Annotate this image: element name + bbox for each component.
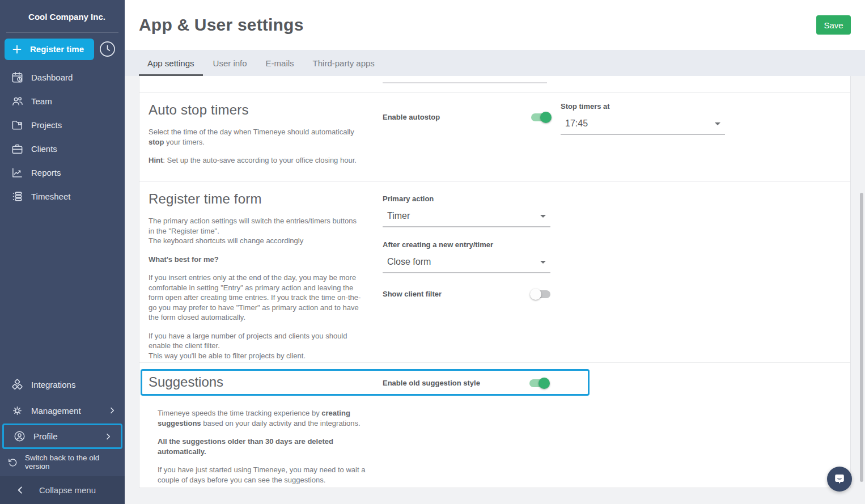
tab-emails[interactable]: E-mails	[257, 50, 303, 76]
settings-content: Auto stop timers Select the time of the …	[125, 76, 865, 504]
primary-action-label: Primary action	[383, 194, 550, 203]
register-time-button[interactable]: Register time	[5, 39, 94, 60]
vertical-scrollbar[interactable]	[860, 193, 863, 482]
sidebar-item-team[interactable]: Team	[0, 89, 125, 113]
toggle-knob	[540, 112, 552, 123]
clock-icon	[99, 41, 116, 57]
history-icon	[8, 458, 18, 467]
tab-user-info[interactable]: User info	[205, 50, 256, 76]
sidebar-item-label: Clients	[31, 144, 57, 154]
briefcase-icon	[10, 142, 24, 155]
sidebar-item-label: Reports	[31, 168, 61, 177]
suggestions-paragraph: All the suggestions older than 30 days a…	[158, 437, 380, 456]
people-icon	[10, 94, 24, 108]
sidebar-item-label: Timesheet	[31, 192, 70, 201]
sidebar-item-label: Dashboard	[31, 73, 73, 82]
sidebar-item-clients[interactable]: Clients	[0, 137, 125, 160]
save-button[interactable]: Save	[816, 15, 851, 35]
stop-timers-at-select[interactable]: 17:45	[561, 115, 725, 135]
chat-widget-button[interactable]	[827, 467, 852, 492]
register-time-row: Register time	[0, 33, 125, 65]
toggle-knob	[538, 378, 550, 389]
sidebar-item-integrations[interactable]: Integrations	[0, 371, 125, 397]
suggestions-highlight-box: Suggestions Enable old suggestion style	[141, 369, 590, 396]
sidebar-item-management[interactable]: Management	[0, 397, 125, 423]
chevron-down-icon	[540, 261, 546, 264]
chat-bubble-icon	[832, 472, 847, 486]
register-form-controls: Primary action Timer After creating a ne…	[383, 190, 550, 362]
sidebar-nav: Dashboard Team Projects Clients	[0, 65, 125, 208]
sidebar-nav-bottom: Integrations Management Profile	[0, 371, 125, 449]
autostop-paragraph: Select the time of the day when Timeneye…	[149, 127, 363, 147]
register-form-paragraph: If you have a large number of projects a…	[149, 331, 363, 361]
after-creating-value: Close form	[387, 257, 431, 267]
cutoff-select-underline[interactable]	[383, 82, 547, 83]
list-icon	[10, 189, 24, 203]
tab-third-party-apps[interactable]: Third-party apps	[304, 50, 383, 76]
page-title: App & User settings	[139, 15, 304, 35]
sidebar-item-label: Management	[31, 406, 81, 416]
cubes-icon	[10, 378, 24, 391]
stop-timers-at-label: Stop timers at	[561, 102, 725, 111]
switch-old-version-link[interactable]: Switch back to the old version	[0, 451, 125, 473]
main-area: App & User settings Save App settings Us…	[125, 0, 865, 504]
stop-timers-at-value: 17:45	[565, 118, 588, 129]
sidebar-item-label: Projects	[31, 120, 62, 130]
calendar-clock-icon	[10, 70, 24, 84]
collapse-menu-button[interactable]: Collapse menu	[0, 476, 125, 504]
section-suggestions: Suggestions Enable old suggestion style …	[139, 363, 850, 488]
company-name: Cool Company Inc.	[0, 0, 125, 32]
sidebar-item-profile[interactable]: Profile	[2, 423, 122, 449]
sidebar-item-dashboard[interactable]: Dashboard	[0, 65, 125, 89]
autostop-description: Auto stop timers Select the time of the …	[149, 101, 363, 181]
tab-app-settings[interactable]: App settings	[139, 50, 203, 76]
show-client-filter-toggle[interactable]	[531, 290, 550, 298]
enable-autostop-label: Enable autostop	[383, 113, 440, 121]
folder-icon	[10, 118, 24, 132]
autostop-hint: Hint: Set up the auto-save according to …	[149, 155, 363, 166]
quick-timer-button[interactable]	[98, 40, 116, 58]
suggestions-title: Suggestions	[149, 374, 223, 390]
collapse-menu-label: Collapse menu	[39, 485, 96, 495]
register-form-title: Register time form	[149, 191, 363, 207]
toggle-knob	[530, 289, 541, 300]
register-form-description: Register time form The primary action se…	[149, 190, 363, 362]
chevron-right-icon	[104, 432, 113, 441]
settings-card: Auto stop timers Select the time of the …	[139, 76, 851, 488]
sidebar: Cool Company Inc. Register time Dashboar	[0, 0, 125, 504]
sidebar-item-label: Profile	[33, 431, 58, 441]
primary-action-value: Timer	[387, 211, 410, 221]
stop-timers-column: Stop timers at 17:45	[561, 101, 725, 181]
gear-icon	[10, 404, 24, 417]
person-circle-icon	[12, 430, 26, 443]
switch-old-version-label: Switch back to the old version	[25, 454, 119, 471]
sidebar-item-projects[interactable]: Projects	[0, 113, 125, 137]
enable-old-suggestion-toggle[interactable]	[529, 379, 549, 387]
cutoff-section	[139, 76, 850, 92]
chart-icon	[10, 166, 24, 179]
register-form-paragraph: If you insert entries only at the end of…	[149, 273, 363, 323]
sidebar-item-timesheet[interactable]: Timesheet	[0, 184, 125, 208]
after-creating-select[interactable]: Close form	[383, 253, 550, 273]
register-form-paragraph: The primary action settings will switch …	[149, 216, 363, 246]
primary-action-select[interactable]: Timer	[383, 207, 550, 227]
register-time-label: Register time	[30, 44, 84, 54]
chevron-down-icon	[540, 215, 546, 218]
enable-old-suggestion-label: Enable old suggestion style	[383, 379, 480, 387]
chevron-down-icon	[715, 122, 720, 125]
show-client-filter-label: Show client filter	[383, 290, 442, 298]
suggestions-paragraph: If you have just started using Timeneye,…	[158, 465, 380, 485]
register-form-question: What's best for me?	[149, 255, 363, 265]
app-root: Cool Company Inc. Register time Dashboar	[0, 0, 865, 504]
section-auto-stop-timers: Auto stop timers Select the time of the …	[139, 93, 850, 181]
enable-autostop-toggle[interactable]	[531, 113, 550, 121]
sidebar-item-reports[interactable]: Reports	[0, 160, 125, 184]
page-header: App & User settings Save	[125, 0, 865, 50]
chevron-right-icon	[108, 406, 117, 415]
chevron-left-icon	[15, 485, 26, 495]
sidebar-spacer	[0, 208, 125, 371]
suggestions-paragraph: Timeneye speeds the time tracking experi…	[158, 408, 380, 428]
sidebar-item-label: Team	[31, 96, 52, 106]
plus-icon	[11, 44, 23, 55]
sidebar-item-label: Integrations	[31, 380, 75, 389]
